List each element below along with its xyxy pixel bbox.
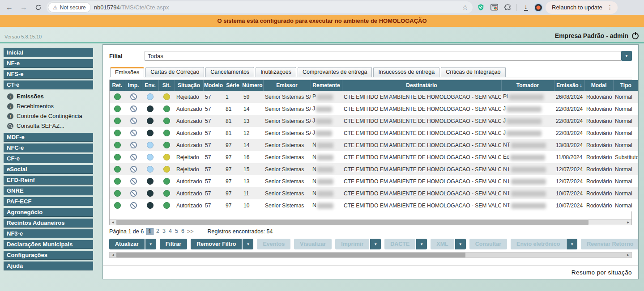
toolbar-horizontal-scrollbar[interactable]: ◄ ►	[109, 252, 632, 258]
submenu-item-recebimentos[interactable]: ↓Recebimentos	[7, 102, 93, 110]
table-row[interactable]: Rejeitado57159Senior Sistemas SAPCTE EMI…	[110, 91, 638, 103]
sidebar-item-efd-reinf[interactable]: EFD-Reinf	[4, 176, 93, 185]
submenu-item-emissoes[interactable]: ↑Emissões	[7, 92, 93, 101]
filial-dropdown-button[interactable]: ▼	[621, 51, 632, 61]
extensions-puzzle-icon[interactable]	[502, 2, 513, 13]
column-header-modelo[interactable]: Modelo	[203, 80, 224, 91]
column-header-tipo[interactable]: Tipo	[613, 80, 638, 91]
not-secure-badge[interactable]: ⚠ Not secure	[48, 3, 90, 12]
back-icon[interactable]: ←	[4, 2, 15, 13]
remover-filtro-dropdown-icon[interactable]: ▼	[243, 239, 253, 249]
submenu-item-controle-de-contingencia[interactable]: !Controle de Contingência	[7, 112, 93, 120]
page-number-6[interactable]: 6	[181, 228, 185, 235]
sidebar-item-esocial[interactable]: eSocial	[4, 165, 93, 174]
download-icon[interactable]: ↓	[520, 2, 531, 13]
table-row[interactable]: Rejeitado579715Senior SistemasNCTE EMITI…	[110, 163, 638, 175]
page-number-2[interactable]: 2	[156, 228, 160, 235]
profile-avatar[interactable]	[534, 3, 543, 12]
logout-power-icon[interactable]	[632, 33, 639, 39]
column-header-situacao[interactable]: Situação	[175, 80, 203, 91]
column-header-serie[interactable]: Série	[224, 80, 242, 91]
sidebar-item-declaracoes-municipais[interactable]: Declarações Municipais	[4, 240, 93, 249]
sidebar-item-agronegocio[interactable]: Agronegócio	[4, 208, 93, 217]
xml-dropdown-icon[interactable]: ▼	[455, 239, 466, 249]
sidebar-item-nf3-e[interactable]: NF3-e	[4, 229, 93, 238]
eventos-button[interactable]: Eventos	[257, 239, 290, 249]
table-row[interactable]: Autorizado579710Senior SistemasNCTE EMIT…	[110, 199, 638, 211]
column-header-ret[interactable]: Ret.	[110, 80, 125, 91]
column-header-sit[interactable]: Sit.	[158, 80, 175, 91]
table-row[interactable]: Autorizado578113Senior Sistemas SAJCTE E…	[110, 115, 638, 127]
column-header-numero[interactable]: Número	[242, 80, 263, 91]
xml-button[interactable]: XML	[431, 239, 454, 249]
page-number-3[interactable]: 3	[162, 228, 166, 235]
filtrar-button[interactable]: Filtrar	[160, 239, 187, 249]
tab-insucessos-de-entrega[interactable]: Insucessos de entrega	[373, 67, 439, 77]
atualizar-button[interactable]: Atualizar	[109, 239, 145, 249]
scroll-right-icon[interactable]: ►	[625, 252, 631, 258]
submenu-item-consulta-sefaz[interactable]: Consulta SEFAZ...	[7, 122, 93, 130]
sidebar-item-recintos-aduaneiros[interactable]: Recintos Aduaneiros	[4, 219, 93, 228]
sidebar-item-nf-e[interactable]: NF-e	[4, 59, 93, 68]
column-header-tomador[interactable]: Tomador	[501, 80, 554, 91]
imprimir-dropdown-icon[interactable]: ▼	[370, 239, 381, 249]
bookmark-star-icon[interactable]: ☆	[462, 4, 468, 12]
dacte-button[interactable]: DACTE	[384, 239, 415, 249]
tab-emissoes[interactable]: Emissões	[110, 67, 144, 77]
tab-cancelamentos[interactable]: Cancelamentos	[205, 67, 254, 77]
table-row[interactable]: Autorizado578112Senior Sistemas SAJCTE E…	[110, 127, 638, 139]
remover-filtro-button[interactable]: Remover Filtro	[191, 239, 242, 249]
table-row[interactable]: Autorizado579713Senior SistemasNCTE EMIT…	[110, 175, 638, 187]
envio-eletronico-button[interactable]: Envio eletrônico	[511, 239, 566, 249]
column-header-destinatario[interactable]: Destinatário	[342, 80, 501, 91]
table-row[interactable]: Rejeitado579716Senior SistemasNCTE EMITI…	[110, 151, 638, 163]
sidebar-item-mdf-e[interactable]: MDF-e	[4, 133, 93, 142]
visualizar-button[interactable]: Visualizar	[294, 239, 332, 249]
column-header-remetente[interactable]: Remetente	[311, 80, 342, 91]
page-number-1[interactable]: 1	[146, 228, 154, 235]
tab-cartas-de-correcao[interactable]: Cartas de Correção	[145, 67, 204, 77]
sidebar-item-inicial[interactable]: Inicial	[4, 48, 93, 57]
table-row[interactable]: Autorizado578114Senior Sistemas SAJCTE E…	[110, 103, 638, 115]
resumo-por-situacao-bar[interactable]: Resumo por situação	[103, 266, 638, 279]
envio-eletronico-dropdown-icon[interactable]: ▼	[567, 239, 577, 249]
column-header-modal[interactable]: Modal	[584, 80, 613, 91]
sidebar-item-gnre[interactable]: GNRE	[4, 186, 93, 195]
forward-icon[interactable]: →	[18, 2, 30, 13]
table-row[interactable]: Autorizado579714Senior SistemasNCTE EMIT…	[110, 139, 638, 151]
table-row[interactable]: Autorizado579711Senior SistemasNCTE EMIT…	[110, 187, 638, 199]
sidebar-item-nfc-e[interactable]: NFC-e	[4, 143, 93, 152]
grid-horizontal-scrollbar[interactable]: ◄ ►	[110, 219, 631, 225]
imprimir-button[interactable]: Imprimir	[335, 239, 369, 249]
reenviar-retorno-button[interactable]: Reenviar Retorno	[581, 239, 639, 249]
page-number-4[interactable]: 4	[168, 228, 172, 235]
tab-comprovantes-de-entrega[interactable]: Comprovantes de entrega	[298, 67, 372, 77]
column-header-emissor[interactable]: Emissor	[263, 80, 311, 91]
column-header-imp[interactable]: Imp.	[125, 80, 142, 91]
tab-criticas-de-integracao[interactable]: Críticas de Integração	[441, 67, 505, 77]
scrollbar-thumb[interactable]	[116, 220, 589, 225]
dacte-dropdown-icon[interactable]: ▼	[416, 239, 427, 249]
sidebar-item-nfs-e[interactable]: NFS-e	[4, 70, 93, 79]
reload-icon[interactable]	[32, 2, 44, 13]
browser-menu-icon[interactable]: ⋮	[607, 4, 613, 11]
sidebar-item-ct-e[interactable]: CT-e	[4, 80, 93, 89]
relaunch-button[interactable]: Relaunch to update ⋮	[546, 1, 618, 14]
sidebar-item-paf-ecf[interactable]: PAF-ECF	[4, 197, 93, 206]
sidebar-item-cf-e[interactable]: CF-e	[4, 154, 93, 163]
browser-window-extension-icon[interactable]	[489, 2, 499, 13]
tab-inutilizacoes[interactable]: Inutilizações	[256, 67, 296, 77]
url-bar[interactable]: ⚠ Not secure nb015794/TMS/Cte/Cte.aspx ☆	[47, 1, 473, 13]
column-header-emissao[interactable]: Emissão↓	[554, 80, 584, 91]
scroll-right-icon[interactable]: ►	[625, 219, 631, 225]
shield-extension-icon[interactable]	[475, 2, 486, 13]
sidebar-item-ajuda[interactable]: Ajuda	[4, 261, 93, 270]
atualizar-dropdown-icon[interactable]: ▼	[145, 239, 156, 249]
column-header-env[interactable]: Env.	[142, 80, 158, 91]
scroll-left-icon[interactable]: ◄	[110, 252, 116, 258]
sidebar-item-configuracoes[interactable]: Configurações	[4, 251, 93, 260]
filial-input[interactable]	[145, 51, 621, 61]
page-number-5[interactable]: 5	[175, 228, 179, 235]
scroll-left-icon[interactable]: ◄	[110, 219, 116, 225]
consultar-button[interactable]: Consultar	[469, 239, 507, 249]
